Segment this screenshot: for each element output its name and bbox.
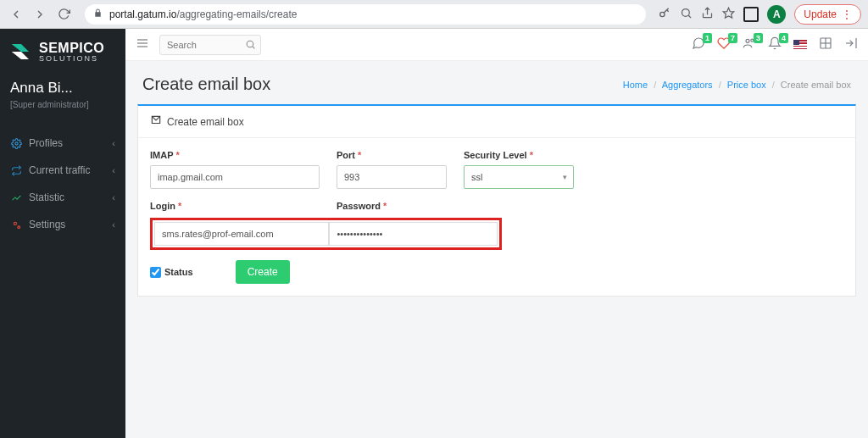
status-checkbox[interactable] <box>150 267 161 278</box>
more-icon: ⋮ <box>842 8 852 20</box>
svg-point-15 <box>746 39 749 42</box>
zoom-icon[interactable] <box>680 7 693 22</box>
status-checkbox-wrap[interactable]: Status <box>150 267 193 278</box>
search-icon[interactable] <box>245 39 256 53</box>
topbar: 1 7 3 4 <box>125 29 868 61</box>
security-select[interactable]: ▾ <box>464 165 574 189</box>
port-input[interactable] <box>337 165 447 189</box>
caret-down-icon: ▾ <box>563 173 567 181</box>
arrows-icon <box>10 164 22 176</box>
breadcrumb-home[interactable]: Home <box>623 80 648 90</box>
card-title: Create email box <box>167 116 244 128</box>
security-value[interactable] <box>464 165 574 189</box>
key-icon[interactable] <box>658 6 671 22</box>
sidebar-item-statistic[interactable]: Statistic ‹ <box>0 184 125 211</box>
flag-icon[interactable] <box>793 40 807 49</box>
imap-label: IMAP * <box>150 150 320 160</box>
password-input[interactable] <box>329 222 498 246</box>
forward-button[interactable] <box>31 5 49 24</box>
sidebar-item-profiles[interactable]: Profiles ‹ <box>0 130 125 157</box>
logo-mark-icon <box>8 39 34 64</box>
breadcrumb: Home / Aggregators / Price box / Create … <box>623 80 851 90</box>
users-icon[interactable]: 3 <box>743 36 756 53</box>
content-area: 1 7 3 4 <box>125 29 868 438</box>
badge: 3 <box>754 33 763 43</box>
envelope-icon <box>150 114 162 129</box>
svg-point-13 <box>247 41 253 47</box>
user-role: [Super administrator] <box>10 100 115 109</box>
page-title: Create email box <box>142 75 270 94</box>
sidebar-item-label: Statistic <box>29 191 64 203</box>
breadcrumb-current: Create email box <box>781 80 851 90</box>
star-icon[interactable] <box>722 7 735 22</box>
breadcrumb-aggregators[interactable]: Aggregators <box>662 80 713 90</box>
update-button[interactable]: Update ⋮ <box>794 4 861 25</box>
update-label: Update <box>804 8 837 20</box>
svg-line-4 <box>689 15 692 18</box>
svg-line-2 <box>667 10 669 12</box>
svg-marker-6 <box>724 8 735 18</box>
chevron-left-icon: ‹ <box>112 219 115 230</box>
grid-icon[interactable] <box>819 36 832 53</box>
profile-avatar[interactable]: A <box>767 5 786 24</box>
form-card: Create email box IMAP * Port * Security … <box>137 104 856 297</box>
extensions-icon[interactable] <box>743 7 759 22</box>
bell-icon[interactable]: 4 <box>768 36 782 53</box>
security-label: Security Level * <box>464 150 574 160</box>
chevron-left-icon: ‹ <box>112 138 115 148</box>
sidebar-menu: Profiles ‹ Current traffic ‹ S <box>0 130 125 238</box>
url-path: /aggregating-emails/create <box>176 8 297 20</box>
svg-point-8 <box>14 222 16 225</box>
imap-input[interactable] <box>150 165 320 189</box>
logo[interactable]: SEMPICO SOLUTIONS <box>0 29 125 71</box>
credentials-highlight <box>150 218 502 250</box>
search-box <box>159 35 261 55</box>
sidebar-item-settings[interactable]: Settings ‹ <box>0 211 125 238</box>
browser-toolbar: portal.gatum.io/aggregating-emails/creat… <box>0 0 868 29</box>
share-icon[interactable] <box>701 7 714 22</box>
menu-toggle-icon[interactable] <box>136 36 149 53</box>
create-button[interactable]: Create <box>236 260 290 284</box>
chevron-left-icon: ‹ <box>112 165 115 175</box>
svg-point-7 <box>14 141 17 144</box>
back-button[interactable] <box>7 5 25 24</box>
badge: 4 <box>779 33 788 43</box>
svg-point-0 <box>660 12 665 16</box>
breadcrumb-pricebox[interactable]: Price box <box>727 80 766 90</box>
reload-button[interactable] <box>54 5 73 24</box>
heart-icon[interactable]: 7 <box>717 36 731 53</box>
address-bar[interactable]: portal.gatum.io/aggregating-emails/creat… <box>85 4 646 25</box>
svg-point-3 <box>682 8 690 16</box>
chevron-left-icon: ‹ <box>112 192 115 202</box>
login-label: Login * <box>150 201 320 211</box>
svg-line-14 <box>253 46 254 47</box>
cogs-icon <box>10 219 22 230</box>
sidebar-item-traffic[interactable]: Current traffic ‹ <box>0 157 125 184</box>
login-input[interactable] <box>154 222 329 246</box>
logout-icon[interactable] <box>844 36 858 53</box>
sidebar: SEMPICO SOLUTIONS Anna Bi... [Super admi… <box>0 29 125 438</box>
user-block: Anna Bi... [Super administrator] <box>0 71 125 114</box>
chart-icon <box>10 191 22 203</box>
password-label: Password * <box>337 201 447 211</box>
sidebar-item-label: Settings <box>29 219 65 230</box>
messages-icon[interactable]: 1 <box>692 36 705 53</box>
port-label: Port * <box>337 150 447 160</box>
sidebar-item-label: Profiles <box>29 137 63 149</box>
page-header: Create email box Home / Aggregators / Pr… <box>125 61 868 104</box>
user-name: Anna Bi... <box>10 80 115 97</box>
lock-icon <box>93 8 103 20</box>
sidebar-item-label: Current traffic <box>29 164 90 176</box>
brand-sub: SOLUTIONS <box>39 55 104 63</box>
card-header: Create email box <box>138 106 855 138</box>
brand-name: SEMPICO <box>39 42 104 55</box>
badge: 1 <box>703 33 712 43</box>
url-host: portal.gatum.io <box>109 8 176 20</box>
svg-point-9 <box>17 225 19 228</box>
status-label: Status <box>164 267 193 277</box>
gear-icon <box>10 137 22 149</box>
badge: 7 <box>728 33 737 43</box>
